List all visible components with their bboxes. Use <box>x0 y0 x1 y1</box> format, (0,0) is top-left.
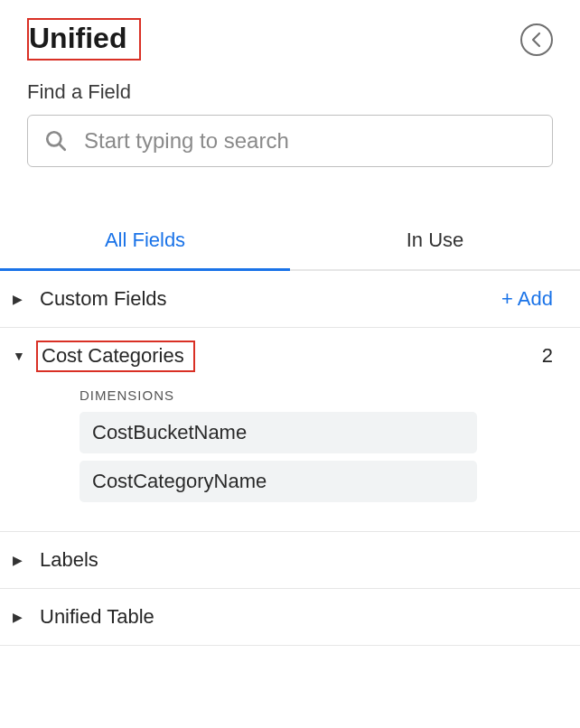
section-cost-categories[interactable]: ▼ Cost Categories 2 <box>0 328 580 384</box>
cost-categories-count: 2 <box>542 344 553 368</box>
search-icon <box>44 129 68 153</box>
tab-in-use[interactable]: In Use <box>290 212 580 269</box>
section-title-custom-fields: Custom Fields <box>40 287 487 311</box>
add-custom-field-button[interactable]: + Add <box>501 287 553 311</box>
search-box[interactable] <box>27 115 553 167</box>
section-title-unified-table: Unified Table <box>40 605 553 629</box>
chevron-right-icon: ▶ <box>13 553 25 567</box>
chevron-right-icon: ▶ <box>13 610 25 624</box>
tabs: All Fields In Use <box>0 212 580 271</box>
search-label: Find a Field <box>27 80 553 104</box>
section-title-labels: Labels <box>40 548 553 572</box>
chevron-down-icon: ▼ <box>13 349 25 363</box>
dimensions-label: DIMENSIONS <box>80 387 553 403</box>
dimension-item[interactable]: CostCategoryName <box>80 461 477 502</box>
svg-line-1 <box>60 145 65 150</box>
page-title: Unified <box>29 22 126 55</box>
section-custom-fields[interactable]: ▶ Custom Fields + Add <box>0 271 580 327</box>
search-input[interactable] <box>84 128 536 154</box>
back-button[interactable] <box>520 23 553 56</box>
dimension-item[interactable]: CostBucketName <box>80 412 477 453</box>
chevron-left-icon <box>530 32 543 48</box>
section-labels[interactable]: ▶ Labels <box>0 532 580 588</box>
tab-all-fields[interactable]: All Fields <box>0 212 290 271</box>
section-title-cost-categories: Cost Categories <box>40 344 528 368</box>
chevron-right-icon: ▶ <box>13 292 25 306</box>
section-unified-table[interactable]: ▶ Unified Table <box>0 589 580 645</box>
